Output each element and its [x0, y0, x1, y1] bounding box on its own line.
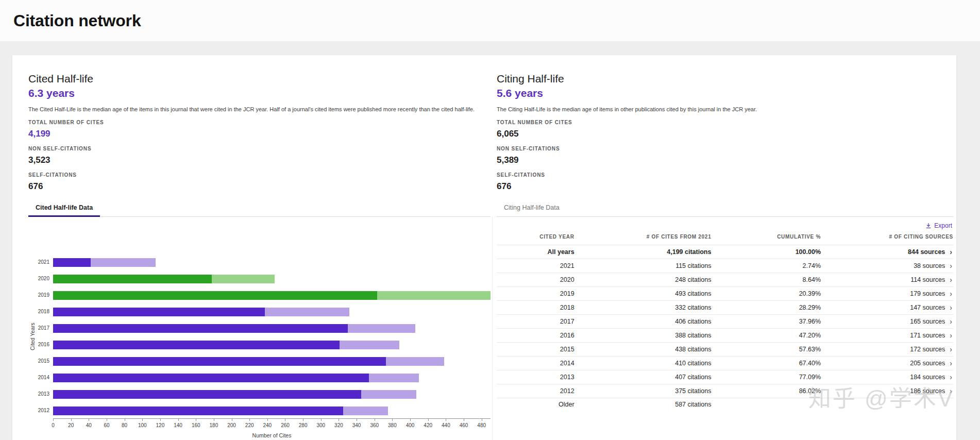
- bar-segment-self-citations[interactable]: [265, 308, 350, 316]
- table-row[interactable]: 2014410 citations67.40%205 sources›: [497, 357, 953, 370]
- cell-sources[interactable]: 147 sources›: [821, 301, 953, 315]
- sources-link[interactable]: 38 sources: [914, 262, 945, 269]
- cell-sources[interactable]: 186 sources›: [821, 384, 953, 398]
- table-row[interactable]: 2015438 citations57.63%172 sources›: [497, 343, 953, 357]
- x-tick-mark: [482, 419, 482, 421]
- cell-sources[interactable]: 165 sources›: [821, 315, 953, 329]
- x-tick-mark: [89, 419, 89, 421]
- tab-cited-half-life-data[interactable]: Cited Half-life Data: [28, 200, 100, 216]
- chevron-right-icon[interactable]: ›: [950, 374, 952, 381]
- bar-segment-self-citations[interactable]: [340, 341, 399, 349]
- header-citing-sources: # OF CITING SOURCES: [821, 231, 953, 245]
- tab-citing-half-life-data[interactable]: Citing Half-life Data: [497, 200, 567, 216]
- bar-segment-self-citations[interactable]: [348, 324, 416, 333]
- cell-sources[interactable]: 205 sources›: [821, 357, 953, 370]
- chart-plot-area: [53, 254, 491, 419]
- bar-segment-self-citations[interactable]: [369, 374, 419, 382]
- bar-segment-non-self-citations[interactable]: [53, 324, 348, 333]
- sources-link[interactable]: 186 sources: [910, 387, 945, 395]
- chevron-right-icon[interactable]: ›: [950, 346, 952, 353]
- table-row[interactable]: 2017406 citations37.96%165 sources›: [497, 315, 953, 329]
- y-axis-label: 2016: [37, 336, 53, 353]
- bar-segment-self-citations[interactable]: [91, 258, 156, 267]
- stat-label: TOTAL NUMBER OF CITES: [28, 120, 491, 126]
- sources-link[interactable]: 205 sources: [910, 360, 945, 367]
- table-row[interactable]: All years4,199 citations100.00%844 sourc…: [497, 245, 953, 259]
- cited-half-life-description: The Cited Half-Life is the median age of…: [28, 106, 491, 113]
- export-button[interactable]: Export: [925, 222, 952, 229]
- sources-link[interactable]: 147 sources: [910, 304, 945, 311]
- bar-segment-non-self-citations[interactable]: [53, 390, 361, 399]
- cell-cites: 587 citations: [575, 398, 712, 412]
- export-label: Export: [934, 222, 952, 229]
- bar-segment-non-self-citations[interactable]: [53, 258, 91, 267]
- bar-segment-non-self-citations[interactable]: [53, 291, 377, 300]
- x-tick-label: 300: [316, 422, 325, 428]
- export-row: Export: [497, 222, 952, 229]
- sources-link[interactable]: 184 sources: [910, 374, 945, 381]
- chevron-right-icon[interactable]: ›: [950, 318, 952, 325]
- y-axis-label: 2020: [37, 270, 53, 287]
- x-tick-label: 480: [477, 422, 486, 428]
- cell-cites: 115 citations: [575, 259, 712, 273]
- x-tick-mark: [375, 419, 375, 421]
- citing-half-life-description: The Citing Half-Life is the median age o…: [497, 106, 953, 113]
- table-row[interactable]: 2019493 citations20.39%179 sources›: [497, 287, 953, 301]
- cell-sources[interactable]: 172 sources›: [821, 343, 953, 357]
- table-row[interactable]: 2020248 citations8.64%114 sources›: [497, 273, 953, 287]
- bar-segment-non-self-citations[interactable]: [53, 407, 343, 415]
- bar-segment-self-citations[interactable]: [343, 407, 388, 415]
- chevron-right-icon[interactable]: ›: [950, 248, 952, 256]
- bar-segment-self-citations[interactable]: [212, 275, 274, 283]
- sources-link[interactable]: 165 sources: [910, 318, 945, 325]
- bar-segment-non-self-citations[interactable]: [53, 374, 369, 382]
- stat-label: SELF-CITATIONS: [497, 172, 953, 178]
- x-tick-mark: [303, 419, 303, 421]
- chevron-right-icon[interactable]: ›: [950, 332, 952, 339]
- bar-segment-self-citations[interactable]: [386, 357, 444, 366]
- table-row[interactable]: 2021115 citations2.74%38 sources›: [497, 259, 953, 273]
- bar-segment-non-self-citations[interactable]: [53, 341, 340, 349]
- sources-link[interactable]: 179 sources: [910, 290, 945, 297]
- stat-value-self: 676: [497, 181, 953, 192]
- x-tick-mark: [160, 419, 161, 421]
- cell-sources[interactable]: 844 sources›: [821, 245, 953, 259]
- bar-segment-non-self-citations[interactable]: [53, 275, 212, 283]
- chevron-right-icon[interactable]: ›: [950, 290, 952, 297]
- header-cumulative: CUMULATIVE %: [711, 231, 821, 245]
- sources-link[interactable]: 172 sources: [910, 346, 945, 353]
- chevron-right-icon[interactable]: ›: [950, 304, 952, 311]
- x-tick-label: 240: [263, 422, 272, 428]
- x-tick-label: 400: [406, 422, 415, 428]
- cell-sources[interactable]: 171 sources›: [821, 329, 953, 343]
- bar-segment-self-citations[interactable]: [361, 390, 416, 399]
- table-row[interactable]: 2018332 citations28.29%147 sources›: [497, 301, 953, 315]
- chevron-right-icon[interactable]: ›: [950, 262, 952, 269]
- table-row[interactable]: 2013407 citations77.09%184 sources›: [497, 370, 953, 384]
- chevron-right-icon[interactable]: ›: [950, 360, 952, 367]
- bar-row-2019: [53, 287, 491, 303]
- stat-value-total-cites[interactable]: 4,199: [28, 128, 491, 139]
- table-row[interactable]: 2012375 citations86.02%186 sources›: [497, 384, 953, 398]
- x-tick-label: 200: [227, 422, 236, 428]
- page-header: Citation network: [0, 0, 980, 41]
- cell-cumulative: 8.64%: [711, 273, 821, 287]
- sources-link[interactable]: 844 sources: [908, 248, 945, 256]
- bar-segment-non-self-citations[interactable]: [53, 308, 265, 316]
- cell-sources[interactable]: 184 sources›: [821, 370, 953, 384]
- stat-value-non-self: 3,523: [28, 155, 491, 165]
- sources-link[interactable]: 114 sources: [910, 276, 945, 283]
- cell-sources[interactable]: 179 sources›: [821, 287, 953, 301]
- chevron-right-icon[interactable]: ›: [950, 387, 952, 395]
- cell-cites: 388 citations: [575, 329, 712, 343]
- cell-sources[interactable]: 38 sources›: [821, 259, 953, 273]
- chevron-right-icon[interactable]: ›: [950, 276, 952, 283]
- cell-sources[interactable]: 114 sources›: [821, 273, 953, 287]
- bar-segment-self-citations[interactable]: [377, 291, 491, 300]
- x-tick-mark: [446, 419, 446, 421]
- table-row[interactable]: 2016388 citations47.20%171 sources›: [497, 329, 953, 343]
- bar-segment-non-self-citations[interactable]: [53, 357, 386, 366]
- cell-year: 2018: [497, 301, 575, 315]
- sources-link[interactable]: 171 sources: [910, 332, 945, 339]
- x-tick-label: 220: [245, 422, 254, 428]
